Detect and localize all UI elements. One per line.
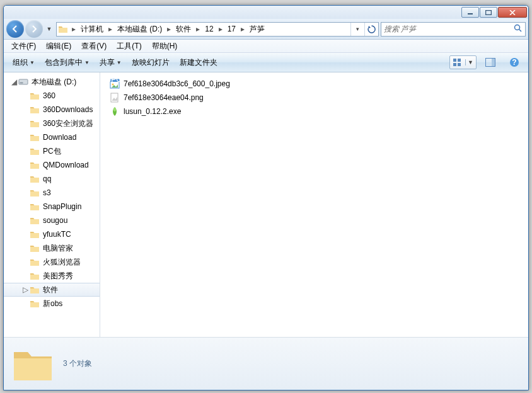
svg-rect-4 xyxy=(453,59,456,62)
menu-bar: 文件(F) 编辑(E) 查看(V) 工具(T) 帮助(H) xyxy=(4,40,528,53)
crumb-label: 本地磁盘 (D:) xyxy=(117,24,162,35)
refresh-button[interactable] xyxy=(364,23,378,36)
tree-item[interactable]: SnapPlugin xyxy=(4,200,100,214)
folder-icon xyxy=(29,202,40,212)
include-library-button[interactable]: 包含到库中▼ xyxy=(40,55,95,69)
back-button[interactable] xyxy=(6,20,24,38)
toolbar: 组织▼ 包含到库中▼ 共享▼ 放映幻灯片 新建文件夹 ▼ ? xyxy=(4,53,528,72)
content-area: ◢本地磁盘 (D:)360360Downloads360安全浏览器Downloa… xyxy=(4,72,528,337)
expander-icon[interactable]: ▷ xyxy=(21,285,29,294)
tree-label: 360 xyxy=(43,91,55,100)
svg-rect-6 xyxy=(453,63,456,66)
folder-icon xyxy=(29,146,40,156)
help-button[interactable]: ? xyxy=(504,55,524,69)
folder-icon xyxy=(29,299,40,309)
tree-root-drive[interactable]: ◢本地磁盘 (D:) xyxy=(4,75,100,89)
svg-rect-1 xyxy=(486,10,492,14)
menu-tools[interactable]: 工具(T) xyxy=(112,41,146,52)
crumb-drive[interactable]: 本地磁盘 (D:) xyxy=(115,23,165,36)
menu-file[interactable]: 文件(F) xyxy=(6,41,41,52)
tree-item[interactable]: Download xyxy=(4,130,100,144)
search-input[interactable] xyxy=(384,25,514,33)
expander-icon[interactable]: ◢ xyxy=(10,77,18,86)
svg-text:?: ? xyxy=(512,58,516,67)
folder-large-icon xyxy=(10,341,55,387)
crumb-label: 12 xyxy=(205,25,213,33)
tree-item[interactable]: PC包 xyxy=(4,144,100,158)
chevron-right-icon[interactable]: ▸ xyxy=(194,23,202,36)
chevron-right-icon[interactable]: ▸ xyxy=(106,23,115,36)
file-list[interactable]: JPG7ef618e3064db3c6_600_0.jpeg7ef618e306… xyxy=(100,72,528,337)
tree-item[interactable]: 360安全浏览器 xyxy=(4,117,100,130)
tree-item[interactable]: 新obs xyxy=(4,297,100,310)
menu-help[interactable]: 帮助(H) xyxy=(147,41,183,52)
close-button[interactable] xyxy=(498,7,527,18)
title-bar xyxy=(4,6,528,19)
chevron-right-icon[interactable]: ▸ xyxy=(69,23,78,36)
svg-rect-13 xyxy=(20,83,23,83)
search-icon[interactable] xyxy=(514,24,523,35)
nav-history-dropdown[interactable]: ▼ xyxy=(44,23,54,35)
crumb-label: 17 xyxy=(228,25,236,33)
share-button[interactable]: 共享▼ xyxy=(95,55,127,69)
details-pane: 3 个对象 xyxy=(4,337,528,390)
chevron-right-icon[interactable]: ▸ xyxy=(165,23,173,36)
crumb-computer[interactable]: 计算机 xyxy=(78,23,106,36)
file-item[interactable]: 7ef618e3064eae04.png xyxy=(109,91,519,104)
tree-label: yfuukTC xyxy=(43,230,71,239)
folder-icon xyxy=(29,188,40,198)
tree-item[interactable]: 360Downloads xyxy=(4,103,100,117)
view-mode-button[interactable]: ▼ xyxy=(449,55,477,69)
status-text: 3 个对象 xyxy=(63,358,92,369)
tree-item[interactable]: ▷软件 xyxy=(4,283,100,297)
tree-item[interactable]: QMDownload xyxy=(4,158,100,172)
address-dropdown-icon[interactable]: ▾ xyxy=(350,23,364,36)
explorer-window: ▼ ▸ 计算机 ▸ 本地磁盘 (D:) ▸ 软件 ▸ 12 ▸ 17 ▸ 芦笋 … xyxy=(3,5,529,390)
folder-tree[interactable]: ◢本地磁盘 (D:)360360Downloads360安全浏览器Downloa… xyxy=(4,72,100,337)
crumb-folder[interactable]: 软件 xyxy=(173,23,194,36)
maximize-button[interactable] xyxy=(480,7,497,18)
file-type-icon: JPG xyxy=(109,79,120,89)
svg-point-17 xyxy=(112,84,114,86)
folder-icon xyxy=(29,257,40,267)
tree-label: qq xyxy=(43,174,51,183)
preview-pane-button[interactable] xyxy=(480,55,500,69)
file-name: lusun_0.12.2.exe xyxy=(124,107,181,116)
tree-item[interactable]: 火狐浏览器 xyxy=(4,255,100,269)
tree-label: 火狐浏览器 xyxy=(43,257,81,268)
crumb-folder[interactable]: 芦笋 xyxy=(247,23,267,36)
help-icon: ? xyxy=(509,57,519,67)
address-bar[interactable]: ▸ 计算机 ▸ 本地磁盘 (D:) ▸ 软件 ▸ 12 ▸ 17 ▸ 芦笋 ▾ xyxy=(56,22,379,37)
tree-item[interactable]: sougou xyxy=(4,214,100,227)
minimize-button[interactable] xyxy=(461,7,479,18)
tree-label: s3 xyxy=(43,188,51,197)
tree-item[interactable]: 360 xyxy=(4,89,100,103)
file-item[interactable]: lusun_0.12.2.exe xyxy=(109,105,519,118)
tree-item[interactable]: yfuukTC xyxy=(4,227,100,241)
nav-bar: ▼ ▸ 计算机 ▸ 本地磁盘 (D:) ▸ 软件 ▸ 12 ▸ 17 ▸ 芦笋 … xyxy=(4,19,528,40)
crumb-folder[interactable]: 12 xyxy=(202,23,216,36)
organize-button[interactable]: 组织▼ xyxy=(8,55,40,69)
menu-edit[interactable]: 编辑(E) xyxy=(41,41,76,52)
crumb-label: 芦笋 xyxy=(250,24,265,35)
crumb-folder[interactable]: 17 xyxy=(225,23,238,36)
chevron-right-icon[interactable]: ▸ xyxy=(238,23,247,36)
folder-icon xyxy=(29,160,40,170)
folder-icon xyxy=(29,215,40,225)
menu-view[interactable]: 查看(V) xyxy=(76,41,112,52)
svg-rect-12 xyxy=(19,79,28,84)
tree-item[interactable]: qq xyxy=(4,172,100,186)
search-box[interactable] xyxy=(381,22,526,37)
tree-item[interactable]: s3 xyxy=(4,186,100,200)
forward-button[interactable] xyxy=(25,20,43,38)
file-item[interactable]: JPG7ef618e3064db3c6_600_0.jpeg xyxy=(109,77,519,90)
file-type-icon xyxy=(109,106,120,117)
crumb-label: 软件 xyxy=(176,24,191,35)
tree-label: 新obs xyxy=(43,299,62,309)
chevron-right-icon[interactable]: ▸ xyxy=(216,23,225,36)
tree-item[interactable]: 美图秀秀 xyxy=(4,269,100,283)
tree-item[interactable]: 电脑管家 xyxy=(4,241,100,255)
new-folder-button[interactable]: 新建文件夹 xyxy=(175,55,223,69)
slideshow-button[interactable]: 放映幻灯片 xyxy=(127,55,175,69)
preview-pane-icon xyxy=(485,58,495,67)
